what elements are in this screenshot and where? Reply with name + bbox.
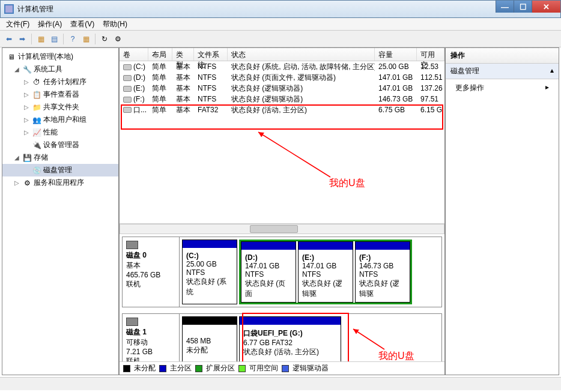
statusbar <box>0 377 561 390</box>
volume-header: 卷 布局 类型 文件系统 状态 容量 可用空 <box>120 48 444 61</box>
actions-diskmgmt[interactable]: 磁盘管理▴ <box>446 64 559 79</box>
tree-perf[interactable]: ▷📈性能 <box>2 126 118 139</box>
chevron-right-icon: ▸ <box>545 83 549 93</box>
tree-shared[interactable]: ▷📁共享文件夹 <box>2 101 118 113</box>
tree-dev-mgr[interactable]: 🔌设备管理器 <box>2 139 118 151</box>
table-row[interactable]: (E:)简单基本NTFS状态良好 (逻辑驱动器)147.01 GB137.26 <box>120 83 444 94</box>
disk0-label: 磁盘 0 基本 465.76 GB 联机 <box>123 237 180 307</box>
tree-local-users[interactable]: ▷👥本地用户和组 <box>2 113 118 126</box>
col-type[interactable]: 类型 <box>172 48 194 61</box>
view-icon[interactable]: ▦ <box>35 34 46 44</box>
app-icon <box>4 4 14 14</box>
nav-tree: 🖥计算机管理(本地) ◢🔧系统工具 ▷⏱任务计划程序 ▷📋事件查看器 ▷📁共享文… <box>2 47 119 375</box>
part-f[interactable]: (F:)146.73 GB NTFS状态良好 (逻辑驱 <box>355 241 410 303</box>
disk1-label: 磁盘 1 可移动 7.21 GB 联机 <box>123 314 180 361</box>
tree-task-sched[interactable]: ▷⏱任务计划程序 <box>2 76 118 88</box>
minimize-button[interactable]: — <box>496 1 514 13</box>
tree-disk-mgmt[interactable]: 💿磁盘管理 <box>2 164 118 176</box>
chevron-up-icon: ▴ <box>550 66 554 76</box>
legend-unalloc-icon <box>123 365 130 372</box>
actions-pane: 操作 磁盘管理▴ 更多操作▸ <box>445 47 559 375</box>
col-status[interactable]: 状态 <box>228 48 375 61</box>
tree-sys-tools[interactable]: ◢🔧系统工具 <box>2 63 118 76</box>
settings-icon[interactable]: ⚙ <box>112 34 123 44</box>
props-icon[interactable]: ▤ <box>49 34 59 44</box>
back-icon[interactable]: ⬅ <box>4 34 14 44</box>
forward-icon[interactable]: ➡ <box>17 34 28 44</box>
part-g[interactable]: 口袋UEFI_PE (G:)6.77 GB FAT32状态良好 (活动, 主分区… <box>239 316 341 361</box>
center-pane: 卷 布局 类型 文件系统 状态 容量 可用空 (C:)简单基本NTFS状态良好 … <box>119 47 445 375</box>
table-row[interactable]: 口...简单基本FAT32状态良好 (活动, 主分区)6.75 GB6.15 G <box>120 104 444 115</box>
close-button[interactable]: ✕ <box>532 1 560 13</box>
disk-graphic-area: 磁盘 0 基本 465.76 GB 联机 (C:)25.00 GB NTFS状态… <box>120 234 444 361</box>
col-free[interactable]: 可用空 <box>417 48 444 61</box>
disk0-row[interactable]: 磁盘 0 基本 465.76 GB 联机 (C:)25.00 GB NTFS状态… <box>122 237 442 307</box>
volume-table: 卷 布局 类型 文件系统 状态 容量 可用空 (C:)简单基本NTFS状态良好 … <box>120 48 444 224</box>
disk-icon <box>126 318 138 326</box>
maximize-button[interactable]: ☐ <box>514 1 532 13</box>
menu-view[interactable]: 查看(V) <box>70 19 94 29</box>
part-c[interactable]: (C:)25.00 GB NTFS状态良好 (系统 <box>182 240 237 304</box>
legend-extended-icon <box>195 365 202 372</box>
h-scrollbar-top[interactable] <box>120 224 444 234</box>
tree-event-viewer[interactable]: ▷📋事件查看器 <box>2 88 118 101</box>
menubar: 文件(F) 操作(A) 查看(V) 帮助(H) <box>0 18 561 31</box>
table-row[interactable]: (F:)简单基本NTFS状态良好 (逻辑驱动器)146.73 GB97.51 <box>120 94 444 104</box>
col-fs[interactable]: 文件系统 <box>194 48 228 61</box>
help-icon[interactable]: ? <box>67 34 78 44</box>
refresh-icon[interactable]: ↻ <box>99 34 110 44</box>
legend: 未分配 主分区 扩展分区 可用空间 逻辑驱动器 <box>120 361 444 375</box>
toolbar: ⬅ ➡ ▦ ▤ ? ▦ ↻ ⚙ <box>0 31 561 47</box>
legend-logical-icon <box>282 365 289 372</box>
tree-storage[interactable]: ◢💾存储 <box>2 151 118 164</box>
actions-header: 操作 <box>446 48 559 64</box>
col-layout[interactable]: 布局 <box>148 48 172 61</box>
titlebar: 计算机管理 — ☐ ✕ <box>0 0 561 18</box>
list-icon[interactable]: ▦ <box>80 34 91 44</box>
table-row[interactable]: (C:)简单基本NTFS状态良好 (系统, 启动, 活动, 故障转储, 主分区)… <box>120 61 444 72</box>
part-e[interactable]: (E:)147.01 GB NTFS状态良好 (逻辑驱 <box>298 241 353 303</box>
tree-root[interactable]: 🖥计算机管理(本地) <box>2 50 118 63</box>
actions-more[interactable]: 更多操作▸ <box>446 79 559 97</box>
menu-help[interactable]: 帮助(H) <box>103 19 127 29</box>
table-row[interactable]: (D:)简单基本NTFS状态良好 (页面文件, 逻辑驱动器)147.01 GB1… <box>120 72 444 83</box>
col-cap[interactable]: 容量 <box>375 48 417 61</box>
disk-icon <box>126 241 138 249</box>
menu-action[interactable]: 操作(A) <box>38 19 62 29</box>
disk1-row[interactable]: 磁盘 1 可移动 7.21 GB 联机 458 MB未分配 口袋UEFI_PE … <box>122 313 442 361</box>
legend-free-icon <box>238 365 246 372</box>
legend-primary-icon <box>159 365 166 372</box>
part-d[interactable]: (D:)147.01 GB NTFS状态良好 (页面 <box>241 241 296 303</box>
part-unalloc[interactable]: 458 MB未分配 <box>182 316 237 361</box>
col-vol[interactable]: 卷 <box>120 48 148 61</box>
tree-services[interactable]: ▷⚙服务和应用程序 <box>2 176 118 189</box>
menu-file[interactable]: 文件(F) <box>6 19 29 29</box>
window-title: 计算机管理 <box>17 4 53 14</box>
